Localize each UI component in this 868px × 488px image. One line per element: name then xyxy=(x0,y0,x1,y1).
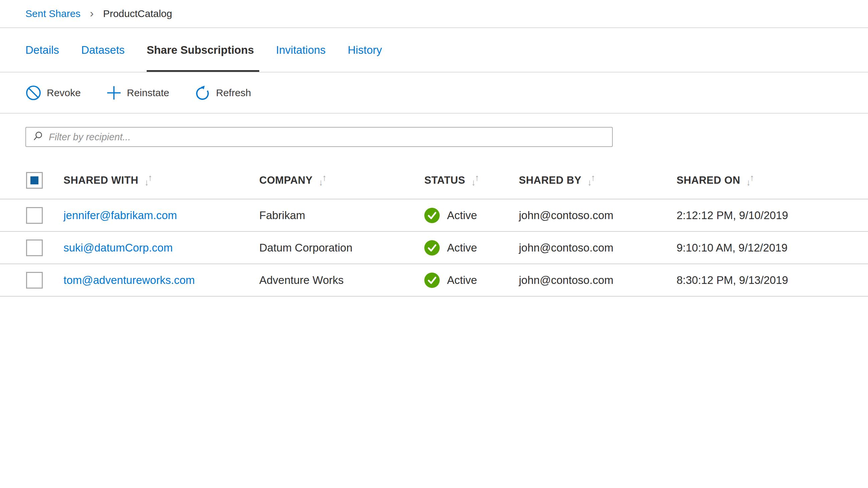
tab-bar: Details Datasets Share Subscriptions Inv… xyxy=(0,28,868,72)
select-all-checkbox[interactable] xyxy=(26,172,43,189)
shared-with-link[interactable]: suki@datumCorp.com xyxy=(63,241,173,254)
breadcrumb-current-page: ProductCatalog xyxy=(103,8,172,20)
refresh-label: Refresh xyxy=(216,87,251,99)
shared-on-cell: 8:30:12 PM, 9/13/2019 xyxy=(677,264,868,296)
refresh-icon xyxy=(194,85,211,101)
tab-datasets[interactable]: Datasets xyxy=(81,28,125,72)
table-header-row: SHARED WITH ↓↑ COMPANY ↓↑ STATUS ↓↑ SHAR… xyxy=(0,162,868,199)
row-checkbox[interactable] xyxy=(26,272,43,289)
filter-by-recipient-input[interactable] xyxy=(49,128,606,146)
status-label: Active xyxy=(447,209,477,222)
column-header-shared-with[interactable]: SHARED WITH ↓↑ xyxy=(63,162,259,199)
chevron-right-icon: › xyxy=(90,7,94,19)
sort-icon: ↓↑ xyxy=(471,175,479,185)
shared-by-cell: john@contoso.com xyxy=(519,264,677,296)
sort-icon: ↓↑ xyxy=(319,175,327,185)
shared-on-cell: 9:10:10 AM, 9/12/2019 xyxy=(677,231,868,264)
row-checkbox[interactable] xyxy=(26,239,43,256)
filter-box xyxy=(25,127,613,147)
plus-icon xyxy=(106,85,122,101)
shared-with-link[interactable]: tom@adventureworks.com xyxy=(63,274,195,286)
column-header-shared-by[interactable]: SHARED BY ↓↑ xyxy=(519,162,677,199)
blocked-circle-icon xyxy=(25,85,41,101)
column-header-status[interactable]: STATUS ↓↑ xyxy=(424,162,519,199)
checkbox-indeterminate-mark xyxy=(30,176,38,184)
column-header-shared-on[interactable]: SHARED ON ↓↑ xyxy=(677,162,868,199)
company-cell: Adventure Works xyxy=(259,264,424,296)
sort-icon: ↓↑ xyxy=(746,175,754,185)
breadcrumb-sent-shares-link[interactable]: Sent Shares xyxy=(25,8,81,20)
sort-icon: ↓↑ xyxy=(587,175,595,185)
search-icon xyxy=(33,131,49,143)
shared-by-cell: john@contoso.com xyxy=(519,231,677,264)
breadcrumb: Sent Shares › ProductCatalog xyxy=(0,0,868,28)
table-row: jennifer@fabrikam.com Fabrikam Active jo… xyxy=(0,199,868,231)
shared-by-cell: john@contoso.com xyxy=(519,199,677,231)
shared-on-cell: 2:12:12 PM, 9/10/2019 xyxy=(677,199,868,231)
refresh-button[interactable]: Refresh xyxy=(194,85,251,101)
status-active-icon xyxy=(424,208,440,223)
share-subscriptions-table: SHARED WITH ↓↑ COMPANY ↓↑ STATUS ↓↑ SHAR… xyxy=(0,162,868,297)
revoke-label: Revoke xyxy=(47,87,81,99)
reinstate-label: Reinstate xyxy=(127,87,169,99)
sort-icon: ↓↑ xyxy=(144,175,152,185)
revoke-button[interactable]: Revoke xyxy=(25,85,81,101)
reinstate-button[interactable]: Reinstate xyxy=(106,85,169,101)
tab-share-subscriptions[interactable]: Share Subscriptions xyxy=(147,28,254,72)
tab-details[interactable]: Details xyxy=(25,28,59,72)
table-row: suki@datumCorp.com Datum Corporation Act… xyxy=(0,231,868,264)
status-label: Active xyxy=(447,274,477,287)
command-bar: Revoke Reinstate Refresh xyxy=(0,72,868,113)
row-checkbox[interactable] xyxy=(26,207,43,224)
tab-history[interactable]: History xyxy=(348,28,382,72)
table-row: tom@adventureworks.com Adventure Works A… xyxy=(0,264,868,296)
shared-with-link[interactable]: jennifer@fabrikam.com xyxy=(63,209,177,222)
company-cell: Fabrikam xyxy=(259,199,424,231)
status-active-icon xyxy=(424,240,440,256)
status-label: Active xyxy=(447,241,477,254)
column-header-company[interactable]: COMPANY ↓↑ xyxy=(259,162,424,199)
tab-invitations[interactable]: Invitations xyxy=(276,28,326,72)
filter-section xyxy=(0,113,868,147)
company-cell: Datum Corporation xyxy=(259,231,424,264)
status-active-icon xyxy=(424,272,440,288)
